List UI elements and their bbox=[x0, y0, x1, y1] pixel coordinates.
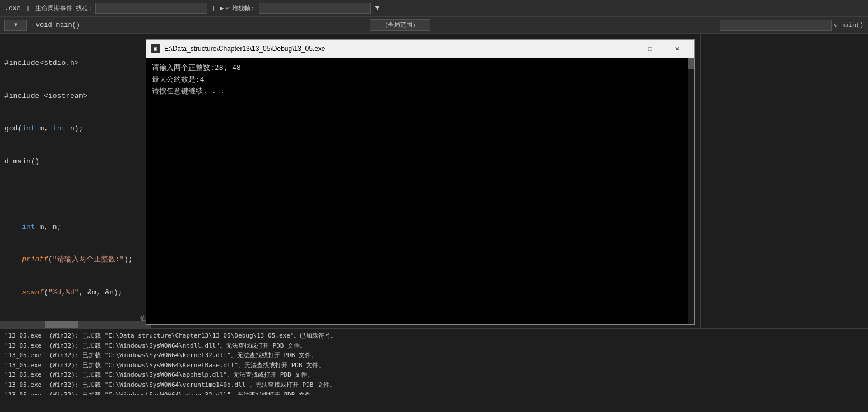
console-scrollbar[interactable] bbox=[688, 58, 694, 324]
debug-line-2: "13_05.exe" (Win32): 已加载 "C:\Windows\Sys… bbox=[4, 341, 864, 351]
console-window: ▣ E:\Data_structure\Chapter13\13_05\Debu… bbox=[146, 39, 695, 325]
console-controls: ─ □ ✕ bbox=[610, 43, 690, 54]
thread-dropdown[interactable] bbox=[95, 3, 207, 14]
minimize-button[interactable]: ─ bbox=[610, 43, 636, 54]
main-area: #include<stdio.h> #include <iostream> gc… bbox=[0, 34, 868, 395]
toolbar-sep: | bbox=[26, 5, 30, 12]
nav-dropdown-left[interactable]: ▼ bbox=[4, 20, 27, 31]
nav-func-label: void main() bbox=[36, 21, 80, 29]
console-scrollbar-thumb[interactable] bbox=[688, 58, 694, 69]
toolbar: .exe | 生命周期事件 线程: | ▶ ↩ 堆栈帧: ▼ bbox=[0, 0, 868, 17]
code-line-gcd-decl: gcd(int m, int n); bbox=[4, 123, 146, 134]
code-h-scrollbar-thumb[interactable] bbox=[45, 321, 78, 328]
code-line-main: d main() bbox=[4, 156, 146, 167]
console-output-line2: 最大公约数是:4 bbox=[152, 74, 689, 86]
debug-line-3: "13_05.exe" (Win32): 已加载 "C:\Windows\Sys… bbox=[4, 350, 864, 360]
toolbar2: ▼ → void main() （全局范围） ⊙ main() bbox=[0, 17, 868, 34]
exe-label: .exe bbox=[4, 4, 21, 12]
bottom-panel: "13_05.exe" (Win32): 已加载 "E:\Data_struct… bbox=[0, 328, 868, 395]
console-output-line3: 请按任意键继续. . . bbox=[152, 86, 689, 97]
close-button[interactable]: ✕ bbox=[664, 43, 690, 54]
code-h-scrollbar[interactable] bbox=[0, 321, 151, 328]
console-body: 请输入两个正整数:28, 48 最大公约数是:4 请按任意键继续. . . bbox=[146, 58, 694, 324]
toolbar-line-label: 线程: bbox=[76, 4, 92, 12]
toolbar-nav-arrow: ▶ bbox=[220, 4, 224, 12]
code-line-vars: int m, n; bbox=[4, 222, 146, 233]
debug-line-4: "13_05.exe" (Win32): 已加载 "C:\Windows\Sys… bbox=[4, 360, 864, 371]
debug-line-6: "13_05.exe" (Win32): 已加载 "C:\Windows\Sys… bbox=[4, 380, 864, 390]
func-dropdown[interactable] bbox=[720, 20, 832, 31]
console-title: E:\Data_structure\Chapter13\13_05\Debug\… bbox=[164, 45, 606, 53]
console-output-line1: 请输入两个正整数:28, 48 bbox=[152, 62, 689, 74]
nav-arrow-icon: → bbox=[29, 21, 34, 29]
code-line-blank1 bbox=[4, 189, 146, 200]
toolbar2-right: ⊙ main() bbox=[720, 20, 864, 31]
toolbar-expand: ▼ bbox=[375, 4, 380, 12]
debug-line-7: "13_05.exe" (Win32): 已加载 "C:\Windows\Sys… bbox=[4, 390, 864, 395]
code-line-printf1: printf("请输入两个正整数:"); bbox=[4, 254, 146, 265]
toolbar-event-label: 生命周期事件 bbox=[35, 4, 72, 12]
toolbar-sep2: | bbox=[212, 5, 216, 12]
debug-line-5: "13_05.exe" (Win32): 已加载 "C:\Windows\Sys… bbox=[4, 370, 864, 380]
code-line-include1: #include<stdio.h> bbox=[4, 58, 146, 69]
console-titlebar: ▣ E:\Data_structure\Chapter13\13_05\Debu… bbox=[146, 40, 694, 58]
console-icon: ▣ bbox=[151, 44, 160, 53]
bottom-content: "13_05.exe" (Win32): 已加载 "E:\Data_struct… bbox=[0, 329, 868, 395]
debug-line-1: "13_05.exe" (Win32): 已加载 "E:\Data_struct… bbox=[4, 331, 864, 341]
toolbar-stack-label: 堆栈帧: bbox=[232, 4, 254, 12]
code-line-include2: #include <iostream> bbox=[4, 91, 146, 102]
stack-dropdown[interactable] bbox=[259, 3, 371, 14]
code-line-scanf: scanf("%d,%d", &m, &n); bbox=[4, 287, 146, 298]
maximize-button[interactable]: □ bbox=[637, 43, 663, 54]
toolbar-nav-back: ↩ bbox=[226, 4, 230, 12]
func-label: ⊙ main() bbox=[834, 21, 864, 29]
scope-dropdown[interactable]: （全局范围） bbox=[370, 19, 430, 31]
